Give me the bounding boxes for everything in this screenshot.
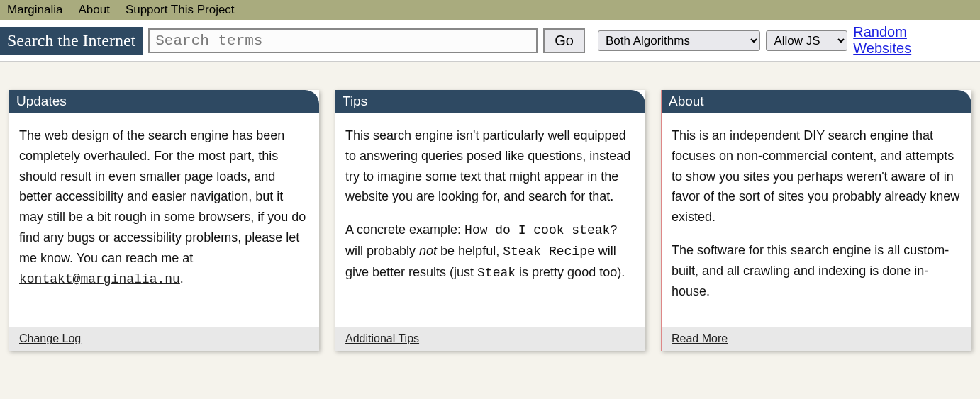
code-example-2: Steak Recipe	[503, 245, 595, 259]
nav-about[interactable]: About	[78, 3, 109, 17]
about-card: About This is an independent DIY search …	[661, 90, 971, 351]
search-label: Search the Internet	[0, 27, 143, 55]
js-select[interactable]: Allow JS	[766, 30, 847, 51]
updates-card: Updates The web design of the search eng…	[9, 90, 319, 351]
code-example-3: Steak	[477, 266, 516, 280]
search-input[interactable]	[148, 28, 538, 53]
search-bar: Search the Internet Go Both Algorithms A…	[0, 20, 980, 62]
updates-body: The web design of the search engine has …	[9, 113, 319, 327]
go-button[interactable]: Go	[543, 28, 585, 53]
contact-email-link[interactable]: kontakt@marginalia.nu	[19, 272, 180, 286]
emphasis-not: not	[419, 244, 437, 258]
about-title: About	[662, 90, 971, 113]
updates-text: The web design of the search engine has …	[19, 128, 306, 265]
about-footer: Read More	[662, 327, 971, 351]
card-row: Updates The web design of the search eng…	[0, 62, 980, 365]
nav-support[interactable]: Support This Project	[126, 3, 235, 17]
about-p1: This is an independent DIY search engine…	[672, 125, 962, 227]
tips-p2: A concrete example: How do I cook steak?…	[345, 220, 635, 283]
nav-marginalia[interactable]: Marginalia	[7, 3, 62, 17]
random-websites-link[interactable]: Random Websites	[853, 24, 969, 57]
tips-card: Tips This search engine isn't particular…	[335, 90, 645, 351]
updates-footer: Change Log	[9, 327, 319, 351]
updates-text-end: .	[180, 271, 184, 286]
code-example-1: How do I cook steak?	[464, 223, 618, 237]
tips-title: Tips	[335, 90, 645, 113]
tips-footer: Additional Tips	[335, 327, 645, 351]
additional-tips-link[interactable]: Additional Tips	[345, 332, 419, 344]
read-more-link[interactable]: Read More	[672, 332, 728, 344]
about-p2: The software for this search engine is a…	[672, 240, 962, 301]
change-log-link[interactable]: Change Log	[19, 332, 81, 344]
top-nav: Marginalia About Support This Project	[0, 0, 980, 20]
updates-title: Updates	[9, 90, 319, 113]
about-body: This is an independent DIY search engine…	[662, 113, 971, 327]
tips-body: This search engine isn't particularly we…	[335, 113, 645, 327]
tips-p1: This search engine isn't particularly we…	[345, 125, 635, 207]
algorithm-select[interactable]: Both Algorithms	[598, 30, 761, 51]
